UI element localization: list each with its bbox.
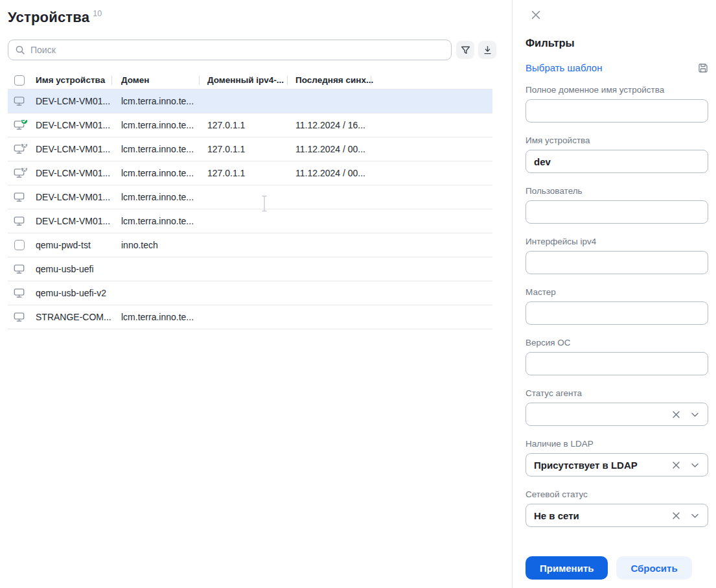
table-row[interactable]: DEV-LCM-VM01... lcm.terra.inno.te... 127…	[8, 137, 492, 161]
network-status-select[interactable]: Не в сети	[525, 504, 708, 527]
select-value: Присутствует в LDAP	[534, 460, 671, 471]
column-header-domain[interactable]: Домен	[111, 75, 199, 85]
clear-icon[interactable]	[671, 460, 681, 470]
device-sync: 11.12.2024 / 00...	[287, 168, 371, 178]
device-domain: inno.tech	[111, 240, 199, 250]
device-status-cell	[8, 144, 30, 154]
device-domain: lcm.terra.inno.te...	[111, 312, 199, 322]
column-divider	[111, 76, 112, 85]
device-name-field[interactable]	[525, 150, 708, 173]
column-header-sync[interactable]: Последняя синх...	[287, 75, 371, 85]
page-title: Устройства	[8, 9, 89, 25]
search-input[interactable]	[30, 45, 445, 55]
agent-status-select[interactable]	[525, 403, 708, 426]
filter-group-ipv4: Интерфейсы ipv4	[525, 237, 708, 274]
device-sync: 11.12.2024 / 16...	[287, 120, 371, 130]
page-head: Устройства10	[8, 9, 512, 26]
filter-label: Наличие в LDAP	[525, 439, 708, 449]
devices-table: Имя устройства Домен Доменный ipv4-... П…	[8, 71, 492, 329]
table-row[interactable]: qemu-usb-uefi	[8, 257, 492, 281]
filter-label: Имя устройства	[525, 135, 708, 145]
funnel-icon	[460, 45, 471, 56]
filters-title: Фильтры	[525, 37, 708, 49]
table-row[interactable]: DEV-LCM-VM01... lcm.terra.inno.te... 127…	[8, 113, 492, 137]
ldap-select[interactable]: Присутствует в LDAP	[525, 453, 708, 476]
monitor-icon	[14, 312, 25, 322]
download-icon	[482, 45, 493, 56]
row-checkbox[interactable]	[14, 240, 25, 250]
device-status-cell	[8, 96, 30, 106]
column-header-domain-label: Домен	[121, 75, 150, 85]
filter-button[interactable]	[456, 41, 474, 59]
table-row[interactable]: STRANGE-COM... lcm.terra.inno.te...	[8, 305, 492, 329]
device-domain: lcm.terra.inno.te...	[111, 168, 199, 178]
table-row[interactable]: DEV-LCM-VM01... lcm.terra.inno.te... 127…	[8, 161, 492, 185]
floppy-save-icon	[698, 63, 708, 73]
table-row[interactable]: DEV-LCM-VM01... lcm.terra.inno.te...	[8, 89, 492, 113]
device-domain: lcm.terra.inno.te...	[111, 144, 199, 154]
device-status-cell	[8, 288, 30, 298]
table-row[interactable]: DEV-LCM-VM01... lcm.terra.inno.te...	[8, 209, 492, 233]
apply-button[interactable]: Применить	[525, 556, 608, 580]
device-ip: 127.0.1.1	[199, 120, 287, 130]
monitor-online-icon	[14, 120, 25, 130]
filter-group-fqdn: Полное доменное имя устройства	[525, 85, 708, 123]
device-ip: 127.0.1.1	[199, 144, 287, 154]
filter-label: Статус агента	[525, 388, 708, 398]
online-check-icon	[21, 120, 28, 124]
chevron-down-icon[interactable]	[690, 511, 700, 521]
panel-actions: Применить Сбросить	[525, 556, 692, 580]
device-status-cell	[8, 216, 30, 226]
select-template-link[interactable]: Выбрать шаблон	[525, 62, 602, 73]
chevron-down-icon[interactable]	[690, 410, 700, 419]
device-name: DEV-LCM-VM01...	[30, 168, 111, 178]
monitor-offline-icon	[14, 168, 25, 178]
chevron-down-icon[interactable]	[690, 460, 700, 470]
select-all-checkbox[interactable]	[14, 75, 25, 86]
close-panel-button[interactable]	[529, 8, 543, 22]
device-name: qemu-usb-uefi	[30, 264, 111, 274]
device-sync: 11.12.2024 / 00...	[287, 144, 371, 154]
search-icon	[15, 45, 25, 55]
device-status-cell	[8, 168, 30, 178]
clear-icon[interactable]	[671, 511, 681, 521]
fqdn-field[interactable]	[525, 99, 708, 123]
column-header-ip[interactable]: Доменный ipv4-...	[199, 75, 287, 85]
save-template-button[interactable]	[698, 63, 708, 73]
table-header-checkbox-cell	[8, 75, 30, 86]
filter-label: Сетевой статус	[525, 489, 708, 499]
filter-group-device-name: Имя устройства	[525, 135, 708, 173]
table-row[interactable]: DEV-LCM-VM01... lcm.terra.inno.te...	[8, 185, 492, 209]
monitor-icon	[14, 192, 25, 202]
ipv4-field[interactable]	[525, 251, 708, 274]
monitor-icon	[14, 96, 25, 106]
device-domain: lcm.terra.inno.te...	[111, 192, 199, 202]
device-status-cell	[8, 240, 30, 250]
table-row[interactable]: qemu-pwd-tst inno.tech	[8, 233, 492, 257]
column-header-sync-label: Последняя синх...	[295, 75, 373, 85]
user-field[interactable]	[525, 200, 708, 224]
device-status-cell	[8, 120, 30, 130]
device-status-cell	[8, 264, 30, 274]
os-version-field[interactable]	[525, 352, 708, 375]
table-row[interactable]: qemu-usb-uefi-v2	[8, 281, 492, 305]
column-divider	[371, 76, 371, 85]
offline-x-icon	[21, 144, 28, 148]
column-header-name[interactable]: Имя устройства	[30, 75, 111, 85]
reset-button[interactable]: Сбросить	[616, 556, 691, 580]
master-field[interactable]	[525, 301, 708, 325]
monitor-icon	[14, 216, 25, 226]
monitor-offline-icon	[14, 144, 25, 154]
device-name: DEV-LCM-VM01...	[30, 96, 111, 106]
table-header-row: Имя устройства Домен Доменный ipv4-... П…	[8, 71, 492, 89]
device-status-cell	[8, 192, 30, 202]
close-icon	[530, 9, 542, 21]
device-count-badge: 10	[93, 9, 102, 18]
filter-group-os-version: Версия ОС	[525, 338, 708, 375]
filter-group-user: Пользователь	[525, 186, 708, 224]
clear-icon[interactable]	[671, 410, 681, 419]
export-button[interactable]	[478, 41, 496, 59]
filters-panel: Фильтры Выбрать шаблон Полное доменное и…	[512, 0, 716, 588]
device-domain: lcm.terra.inno.te...	[111, 216, 199, 226]
search-box[interactable]	[8, 40, 452, 60]
